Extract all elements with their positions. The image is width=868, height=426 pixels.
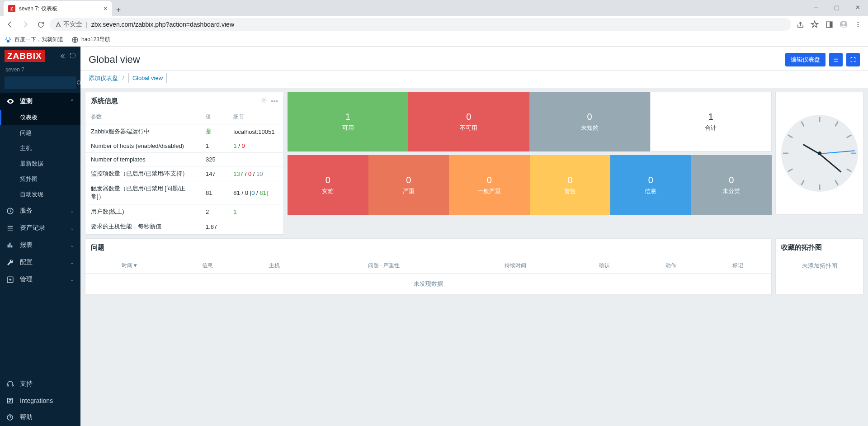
fullscreen-icon [850,57,856,63]
problems-col[interactable]: 标记 [704,258,771,274]
eye-icon [6,97,14,105]
gear-icon[interactable] [261,97,267,105]
tile-label: 合计 [705,124,717,132]
clock-tick [846,134,852,138]
help-icon [6,414,14,421]
new-tab-button[interactable]: + [112,4,125,16]
host-tile-不可用[interactable]: 0不可用 [408,92,529,151]
nav-label: 服务 [20,207,33,215]
problems-col[interactable]: 动作 [638,258,705,274]
problems-col[interactable]: 时间▼ [85,258,174,274]
menu-button[interactable] [852,18,864,31]
widget-title: 系统信息 [91,97,118,105]
collapse-icon[interactable] [59,52,66,60]
host-tile-可用[interactable]: 1可用 [288,92,408,151]
sysinfo-row: 要求的主机性能，每秒新值1.87 [85,219,283,234]
window-close[interactable]: ✕ [847,0,868,14]
problems-col[interactable]: 持续时间 [460,258,571,274]
logo-row: ZABBIX [0,47,80,66]
back-button[interactable] [4,18,16,31]
page-title: Global view [89,54,140,66]
edit-dashboard-button[interactable]: 编辑仪表盘 [785,53,826,66]
severity-high[interactable]: 0严重 [368,155,449,215]
close-icon[interactable]: ✕ [103,5,108,12]
host-tile-合计[interactable]: 1合计 [650,92,772,151]
clock-tick [801,121,805,127]
sev-value: 0 [729,175,734,185]
cell-param: 用户数(线上) [85,204,200,219]
kiosk-icon[interactable] [70,52,76,60]
cell-value: 1.87 [200,219,228,234]
cell-details [228,219,283,234]
search-input[interactable] [8,80,76,86]
sev-label: 未分类 [722,187,740,195]
extensions-button[interactable] [823,18,835,31]
gear-icon [6,276,14,284]
severity-average[interactable]: 0一般严重 [449,155,530,215]
clock-tick [835,180,839,185]
nav-sub-仪表板[interactable]: 仪表板 [0,110,80,125]
sidebar-search[interactable] [5,76,76,89]
sysinfo-row: Number of hosts (enabled/disabled)11 / 0 [85,139,283,153]
window-minimize[interactable]: ─ [806,0,826,14]
bookmark-bar: 百度一下，我就知道 hao123导航 [0,33,868,47]
nav-sub-自动发现[interactable]: 自动发现 [0,187,80,202]
problems-col[interactable]: 问题 · 严重性 [308,258,460,274]
server-name: seven 7 [0,66,80,76]
severity-warning[interactable]: 0警告 [530,155,611,215]
sev-value: 0 [487,175,492,185]
widget-favmaps: 收藏的拓扑图 未添加拓扑图 [775,238,863,295]
nav-sub-问题[interactable]: 问题 [0,125,80,141]
star-button[interactable] [808,18,821,31]
host-tile-未知的[interactable]: 0未知的 [529,92,650,151]
url-box[interactable]: 不安全 | zbx.seven.com/zabbix.php?action=da… [50,18,791,31]
problems-col[interactable]: 主机 [241,258,308,274]
nav-item-资产记录[interactable]: 资产记录⌄ [0,219,80,237]
nav-item-管理[interactable]: 管理⌄ [0,271,80,288]
severity-info[interactable]: 0信息 [610,155,691,215]
severity-uncl[interactable]: 0未分类 [691,155,772,215]
nav-item-报表[interactable]: 报表⌄ [0,237,80,254]
logo[interactable]: ZABBIX [5,50,45,62]
problems-col[interactable]: 信息 [174,258,241,274]
bookmark-baidu[interactable]: 百度一下，我就知道 [5,36,63,43]
share-button[interactable] [794,18,807,31]
problems-col[interactable]: 确认 [571,258,638,274]
severity-disaster[interactable]: 0灾难 [288,155,368,215]
window-maximize[interactable]: ▢ [826,0,847,14]
nav-footer-帮助[interactable]: 帮助 [0,409,80,426]
bookmark-hao123[interactable]: hao123导航 [71,36,110,43]
support-icon [6,380,14,388]
svg-point-4 [858,22,859,23]
nav-sub-主机[interactable]: 主机 [0,141,80,156]
clock-face [781,115,858,192]
nav-footer-Integrations[interactable]: Integrations [0,393,80,409]
list-button[interactable] [829,53,843,66]
reload-button[interactable] [34,18,47,31]
breadcrumb-add[interactable]: 添加仪表盘 [89,75,118,81]
main-content: Global view 编辑仪表盘 添加仪表盘 / Global view 系统… [80,47,868,426]
star-icon [811,20,819,28]
nav-item-服务[interactable]: 服务⌄ [0,202,80,219]
clock-tick [788,134,793,138]
breadcrumb-current[interactable]: Global view [128,73,167,83]
nav-label: 监测 [20,97,33,105]
tab-title: seven 7: 仪表板 [19,5,57,13]
nav-footer-支持[interactable]: 支持 [0,375,80,393]
more-icon[interactable]: ••• [271,97,278,105]
nav-item-配置[interactable]: 配置⌄ [0,254,80,271]
widget-clock [775,92,863,215]
nav-item-监测[interactable]: 监测⌃ [0,93,80,110]
col-param: 参数 [85,110,200,124]
cell-param: Number of hosts (enabled/disabled) [85,139,200,153]
svg-point-5 [858,24,859,25]
url-text: zbx.seven.com/zabbix.php?action=dashboar… [91,21,234,28]
nav-sub-最新数据[interactable]: 最新数据 [0,156,80,171]
sev-value: 0 [648,175,653,185]
fullscreen-button[interactable] [846,53,860,66]
sysinfo-row: Number of templates325 [85,153,283,166]
nav-sub-拓扑图[interactable]: 拓扑图 [0,171,80,187]
profile-button[interactable] [837,18,850,31]
browser-tab[interactable]: Z seven 7: 仪表板 ✕ [4,1,112,16]
forward-button[interactable] [19,18,32,31]
